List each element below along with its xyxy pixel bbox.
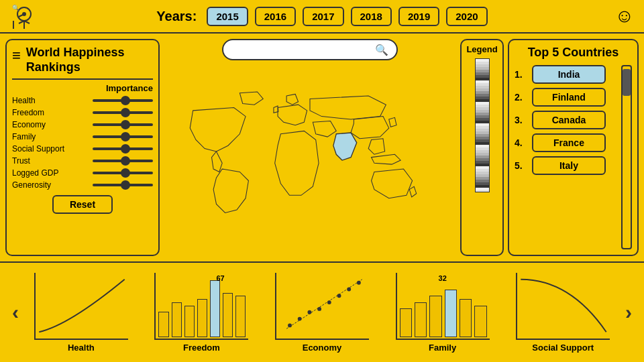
bar bbox=[235, 296, 246, 337]
countries-list: 1. India 2. Finland 3. Canada 4. France … bbox=[515, 65, 619, 249]
bar bbox=[429, 296, 441, 337]
svg-line-18 bbox=[286, 279, 362, 328]
slider-gdp-label: Logged GDP bbox=[12, 168, 66, 178]
year-btn-2015[interactable]: 2015 bbox=[207, 7, 248, 26]
bar bbox=[223, 293, 233, 337]
charts-container: Health 67 Freedom bbox=[24, 273, 620, 353]
chart-freedom-box: 67 bbox=[154, 273, 248, 340]
chart-family-label: Family bbox=[429, 343, 456, 353]
top-countries-title: Top 5 Countries bbox=[515, 46, 632, 60]
importance-label: Importance bbox=[12, 83, 153, 93]
center-panel: 🔍 bbox=[164, 39, 456, 256]
country-row-5: 5. Italy bbox=[515, 156, 619, 175]
bar bbox=[158, 312, 168, 337]
chart-freedom-label: Freedom bbox=[183, 343, 220, 353]
slider-social-support-label: Social Support bbox=[12, 144, 66, 154]
chart-social-support-label: Social Support bbox=[532, 343, 594, 353]
panel-title: World Happiness Rankings bbox=[26, 46, 153, 74]
search-bar[interactable]: 🔍 bbox=[222, 39, 398, 60]
slider-generosity-label: Generosity bbox=[12, 180, 66, 190]
bottom-area: ‹ Health 67 bbox=[0, 261, 644, 362]
slider-generosity: Generosity bbox=[12, 180, 153, 190]
smiley-icon: ☺ bbox=[614, 5, 634, 27]
slider-gdp-thumb[interactable] bbox=[121, 168, 130, 178]
slider-social-support: Social Support bbox=[12, 144, 153, 154]
slider-freedom-label: Freedom bbox=[12, 108, 66, 117]
prev-button[interactable]: ‹ bbox=[7, 301, 24, 324]
bar bbox=[415, 302, 427, 337]
chart-economy: Economy bbox=[268, 273, 376, 353]
freedom-highlight-value: 67 bbox=[216, 274, 224, 282]
rank-2: 2. bbox=[515, 92, 528, 103]
svg-point-13 bbox=[317, 306, 321, 310]
slider-trust-thumb[interactable] bbox=[121, 156, 130, 166]
slider-health-label: Health bbox=[12, 96, 66, 105]
bar bbox=[184, 306, 195, 337]
reset-button[interactable]: Reset bbox=[52, 195, 113, 214]
top-bar: 🔍 Years: 2015 2016 2017 2018 2019 2020 ☺ bbox=[0, 0, 644, 34]
country-row-4: 4. France bbox=[515, 133, 619, 152]
family-highlight-value: 32 bbox=[439, 274, 447, 282]
year-btn-2019[interactable]: 2019 bbox=[398, 7, 439, 26]
chart-family-box: 32 bbox=[396, 273, 490, 340]
slider-social-thumb[interactable] bbox=[121, 144, 130, 154]
slider-trust: Trust bbox=[12, 156, 153, 166]
left-panel: ≡ World Happiness Rankings Importance He… bbox=[5, 39, 160, 256]
slider-health-thumb[interactable] bbox=[121, 96, 130, 105]
bar bbox=[460, 299, 472, 337]
rank-4: 4. bbox=[515, 137, 528, 148]
scrollbar[interactable] bbox=[621, 65, 632, 249]
slider-economy: Economy bbox=[12, 120, 153, 129]
slider-family-thumb[interactable] bbox=[121, 132, 130, 141]
family-bars bbox=[397, 273, 490, 339]
country-italy[interactable]: Italy bbox=[532, 156, 606, 175]
chart-health-box bbox=[34, 273, 128, 340]
bar-highlighted bbox=[210, 280, 220, 337]
chart-health-label: Health bbox=[68, 343, 95, 353]
slider-health: Health bbox=[12, 96, 153, 105]
svg-point-6 bbox=[22, 12, 26, 16]
slider-freedom: Freedom bbox=[12, 108, 153, 117]
chart-family: 32 Family bbox=[389, 273, 496, 353]
chart-economy-box bbox=[275, 273, 369, 340]
next-button[interactable]: › bbox=[620, 301, 637, 324]
scrollbar-thumb bbox=[623, 69, 631, 96]
rank-5: 5. bbox=[515, 160, 528, 171]
search-icon: 🔍 bbox=[375, 44, 388, 56]
slider-economy-thumb[interactable] bbox=[121, 120, 130, 129]
search-input[interactable] bbox=[231, 44, 375, 55]
divider bbox=[12, 78, 153, 80]
legend-panel: Legend bbox=[460, 39, 504, 256]
country-finland[interactable]: Finland bbox=[532, 88, 606, 107]
logo: 🔍 bbox=[10, 3, 38, 34]
year-btn-2018[interactable]: 2018 bbox=[351, 7, 392, 26]
country-row-3: 3. Canada bbox=[515, 111, 619, 129]
bar bbox=[474, 306, 486, 337]
chart-social-support: Social Support bbox=[509, 273, 616, 353]
legend-title: Legend bbox=[466, 44, 497, 54]
country-canada[interactable]: Canada bbox=[532, 111, 606, 129]
slider-logged-gdp: Logged GDP bbox=[12, 168, 153, 178]
bar-highlighted bbox=[445, 290, 457, 337]
rank-3: 3. bbox=[515, 115, 528, 125]
freedom-bars bbox=[156, 273, 248, 339]
slider-family: Family bbox=[12, 132, 153, 141]
year-btn-2017[interactable]: 2017 bbox=[303, 7, 343, 26]
slider-family-label: Family bbox=[12, 132, 66, 141]
country-france[interactable]: France bbox=[532, 133, 606, 152]
slider-generosity-thumb[interactable] bbox=[121, 180, 130, 190]
bar bbox=[400, 308, 412, 337]
year-btn-2016[interactable]: 2016 bbox=[255, 7, 296, 26]
chart-health: Health bbox=[28, 273, 135, 353]
main-area: ≡ World Happiness Rankings Importance He… bbox=[0, 34, 644, 261]
year-btn-2020[interactable]: 2020 bbox=[446, 7, 487, 26]
slider-trust-label: Trust bbox=[12, 156, 66, 166]
map-container bbox=[164, 64, 456, 256]
country-india[interactable]: India bbox=[532, 65, 606, 84]
hamburger-icon[interactable]: ≡ bbox=[12, 47, 21, 64]
chart-social-support-box bbox=[516, 273, 610, 340]
slider-freedom-thumb[interactable] bbox=[121, 108, 130, 117]
svg-text:🔍: 🔍 bbox=[12, 4, 20, 12]
chart-freedom: 67 Freedom bbox=[148, 273, 255, 353]
legend-gradient bbox=[475, 58, 490, 192]
